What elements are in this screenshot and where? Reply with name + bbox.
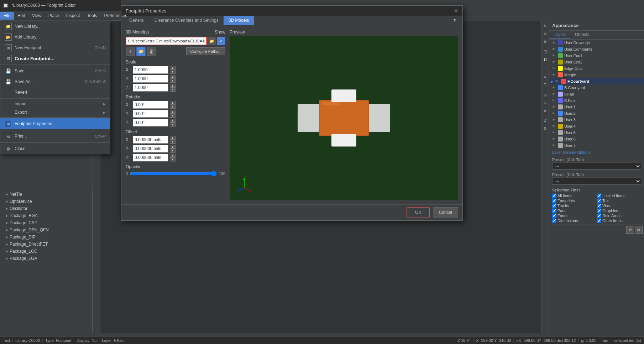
scale-x-up[interactable]: ▲ [170,66,176,70]
layer-eye-user2[interactable]: 👁 [551,111,556,116]
context-menu-footprint-properties[interactable]: ⊞ Footprint Properties... [0,118,110,129]
layer-row-margin[interactable]: 👁 Margin [549,72,644,78]
layer-row-b-fab[interactable]: 👁 B.Fab [549,97,644,104]
context-menu-print[interactable]: 🖨 Print... Ctrl+P [0,131,110,142]
presets-select-2[interactable]: --- [552,178,641,185]
appearance-tab-layers[interactable]: Layers [549,31,571,39]
filter-footprints[interactable]: Footprints [552,199,596,203]
scale-x-down[interactable]: ▼ [170,70,176,74]
context-menu-new-footprint[interactable]: ⊞ New Footprint... Ctrl+N [0,42,110,53]
filter-text[interactable]: Text [597,199,641,203]
rotation-y-input[interactable] [133,110,168,118]
rotation-y-up[interactable]: ▲ [170,110,176,114]
offset-x-input[interactable] [133,136,168,144]
rtool-settings[interactable]: ⚙ [541,125,549,132]
models-folder-button[interactable]: 📁 [136,47,146,56]
offset-y-down[interactable]: ▼ [170,149,176,153]
rotation-z-down[interactable]: ▼ [170,123,176,127]
layer-eye-b-fab[interactable]: 👁 [551,98,556,103]
tab-clearance[interactable]: Clearance Overrides and Settings [150,16,224,25]
rotation-y-down[interactable]: ▼ [170,114,176,118]
library-item-package-bga[interactable]: ▶ Package_BGA [0,212,92,219]
dialog-close-button[interactable]: ✕ [454,8,458,14]
layer-row-user-eco2[interactable]: 👁 User.Eco2 [549,59,644,65]
scale-y-down[interactable]: ▼ [170,79,176,83]
context-menu-close[interactable]: ⊗ Close [0,143,110,154]
configure-paths-button[interactable]: Configure Paths... [186,47,225,55]
layer-eye-edge-cuts[interactable]: 👁 [551,66,556,71]
menu-item-place[interactable]: Place [45,12,63,20]
context-menu-create-footprint[interactable]: ⊡ Create Footprint... [0,53,110,64]
layer-row-user5[interactable]: 👁 User.5 [549,129,644,136]
library-item-nettie[interactable]: ▶ NetTie [0,191,92,198]
scale-z-up[interactable]: ▲ [170,84,176,88]
layer-eye-b-courtyard[interactable]: 👁 [551,85,556,90]
layer-row-user4[interactable]: 👁 User.4 [549,123,644,129]
layer-eye-user-eco2[interactable]: 👁 [551,60,556,65]
appearance-tab-objects[interactable]: Objects [571,31,594,39]
presets-select-1[interactable]: --- [552,163,641,170]
scale-z-input[interactable] [133,84,168,92]
filter-all-items[interactable]: All items [552,194,596,198]
dialog-dropdown-arrow[interactable]: ▼ [450,16,460,25]
rtool-edit[interactable]: ✏ [541,73,549,81]
opacity-slider[interactable] [130,171,217,176]
filter-dimensions[interactable]: Dimensions [552,219,596,223]
rtool-text[interactable]: T [541,81,549,88]
layer-eye-user7[interactable]: 👁 [551,143,556,148]
library-item-package-csp[interactable]: ▶ Package_CSP [0,219,92,226]
offset-z-up[interactable]: ▲ [170,154,176,158]
rtool-3d-d[interactable]: ⊞ [541,91,549,98]
context-menu-revert[interactable]: Revert [0,87,110,98]
rotation-x-down[interactable]: ▼ [170,105,176,109]
scale-z-down[interactable]: ▼ [170,88,176,92]
rtool-3d-c[interactable]: ◦ [541,63,549,71]
rtool-zoom-out[interactable]: ⊖ [541,38,549,45]
rtool-zoom-in[interactable]: ⊕ [541,30,549,37]
library-item-package-dfn-qfn[interactable]: ▶ Package_DFN_QFN [0,226,92,233]
layer-eye-user-comments[interactable]: 👁 [551,47,556,52]
layer-eye-f-courtyard[interactable]: 👁 [554,79,559,84]
layer-display-options[interactable]: Layer Display Options [549,149,644,156]
models-delete-button[interactable]: 🗑 [147,47,156,56]
models-browse-button[interactable]: 📁 [208,37,216,45]
library-item-package-directfet[interactable]: ▶ Package_DirectFET [0,241,92,248]
layer-eye-user4[interactable]: 👁 [551,124,556,129]
context-menu-new-library[interactable]: 📁 New Library... [0,21,110,32]
context-menu-save[interactable]: 💾 Save Ctrl+S [0,66,110,76]
cancel-button[interactable]: Cancel [433,207,458,217]
rtool-cursor[interactable]: ↖ [541,22,549,29]
offset-x-down[interactable]: ▼ [170,140,176,144]
models-add-button[interactable]: + [126,47,135,56]
layer-row-user-eco1[interactable]: 👁 User.Eco1 [549,52,644,59]
layer-eye-user-drawings[interactable]: 👁 [551,40,556,45]
rtool-3d-b[interactable]: ◧ [541,56,549,63]
scale-x-input[interactable] [133,66,168,74]
layer-row-user3[interactable]: 👁 User.3 [549,117,644,123]
layer-eye-user-eco1[interactable]: 👁 [551,53,556,58]
tab-3d-models[interactable]: 3D Models [224,16,254,25]
models-check-button[interactable]: ✓ [217,37,225,45]
menu-item-file[interactable]: File [0,12,14,20]
layer-row-user-drawings[interactable]: 👁 User.Drawings [549,40,644,46]
context-menu-export[interactable]: Export ▶ [0,108,110,117]
library-item-package-dip[interactable]: ▶ Package_DIP [0,233,92,241]
rtool-3d-a[interactable]: ◫ [541,48,549,55]
offset-x-up[interactable]: ▲ [170,136,176,140]
layer-eye-user6[interactable]: 👁 [551,137,556,142]
menu-item-preferences[interactable]: Preferences [101,12,131,20]
scale-y-up[interactable]: ▲ [170,75,176,79]
library-item-optodevice[interactable]: ▶ OptoDevice [0,198,92,205]
filter-pads[interactable]: Pads [552,209,596,213]
layer-row-b-courtyard[interactable]: 👁 B.Courtyard [549,84,644,91]
filter-zones[interactable]: Zones [552,214,596,218]
offset-y-input[interactable] [133,145,168,153]
models-path-input[interactable] [126,37,207,45]
menu-item-inspect[interactable]: Inspect [63,12,84,20]
layer-eye-user5[interactable]: 👁 [551,130,556,135]
rtool-reload[interactable]: ↺ [541,117,549,124]
filter-locked-items[interactable]: Locked items [597,194,641,198]
layer-row-f-fab[interactable]: 👁 F.Fab [549,91,644,97]
context-menu-save-as[interactable]: 💾 Save As... Ctrl+Shift+S [0,76,110,87]
offset-z-down[interactable]: ▼ [170,158,176,161]
